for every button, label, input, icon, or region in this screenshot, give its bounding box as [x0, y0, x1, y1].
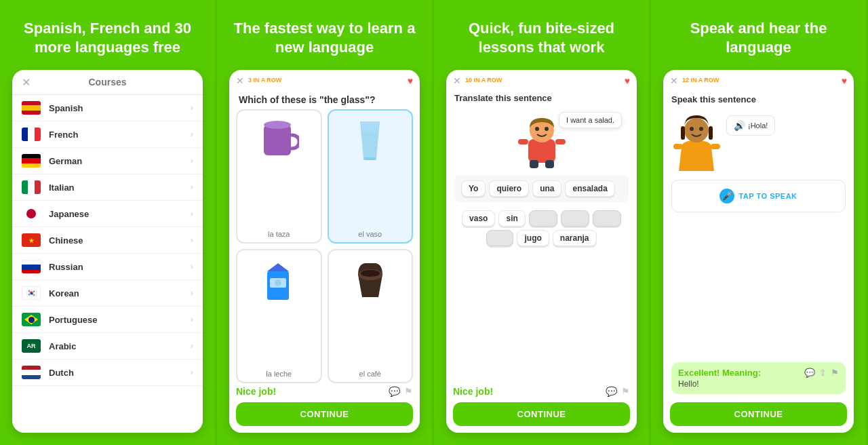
- bank-chip-blank2: ___: [561, 210, 589, 227]
- course-item-spanish[interactable]: Spanish ›: [12, 95, 203, 121]
- course-name-spanish: Spanish: [49, 103, 191, 113]
- flag-icon-4[interactable]: ⚑: [831, 368, 839, 378]
- cup-image: [258, 116, 299, 163]
- speak-footer: CONTINUE: [663, 402, 854, 433]
- word-bank: vaso sin ___ ___ ___ jugo naranja: [454, 208, 629, 249]
- translate-area: Translate this sentence: [446, 89, 637, 383]
- flag-japan: [22, 207, 41, 220]
- footer-icons: 💬 ⚑: [389, 386, 413, 397]
- bank-chip-vaso[interactable]: vaso: [462, 210, 495, 227]
- tap-label: TAP TO SPEAK: [738, 192, 797, 200]
- chip-quiero[interactable]: quiero: [489, 180, 529, 197]
- courses-header: ✕ Courses: [12, 70, 203, 95]
- heart-icon: ♥: [408, 75, 413, 86]
- course-item-arabic[interactable]: AR Arabic ›: [12, 333, 203, 360]
- glass-label: el vaso: [358, 230, 382, 238]
- translate-top-bar: ✕ 10 IN A ROW ♥: [446, 70, 637, 89]
- course-name-korean: Korean: [49, 288, 191, 298]
- quiz-option-cup[interactable]: la taza: [236, 109, 322, 244]
- chip-yo[interactable]: Yo: [461, 180, 486, 197]
- translate-question: Translate this sentence: [454, 93, 629, 103]
- mic-icon: 🎤: [719, 189, 734, 204]
- speech-bubble: I want a salad.: [559, 112, 622, 128]
- flag-korea: 🇰🇷: [22, 286, 41, 300]
- chevron-icon: ›: [191, 130, 193, 139]
- chip-una[interactable]: una: [532, 180, 561, 197]
- chat-icon-3[interactable]: 💬: [606, 386, 617, 397]
- tap-to-speak-area[interactable]: 🎤 TAP TO SPEAK: [671, 180, 846, 212]
- svg-rect-15: [545, 160, 554, 168]
- quiz-footer: Nice job! 💬 ⚑ CONTINUE: [229, 383, 420, 433]
- svg-rect-21: [673, 144, 683, 149]
- svg-rect-0: [264, 125, 291, 155]
- svg-rect-2: [363, 157, 376, 160]
- course-item-russian[interactable]: Russian ›: [12, 254, 203, 280]
- nice-job-label-2: Nice job!: [236, 386, 389, 397]
- share-icon[interactable]: ⇧: [819, 368, 827, 378]
- nice-job-label-3: Nice job!: [453, 386, 606, 397]
- chevron-icon: ›: [191, 182, 193, 192]
- continue-button-4[interactable]: CONTINUE: [670, 402, 847, 426]
- flag-report-icon-3[interactable]: ⚑: [621, 386, 630, 397]
- bank-chip-naranja[interactable]: naranja: [553, 230, 597, 246]
- coffee-label: el café: [359, 370, 381, 378]
- flag-russia: [22, 260, 41, 273]
- quiz-option-coffee[interactable]: el café: [328, 249, 414, 383]
- speak-bubble-text: ¡Hola!: [748, 121, 768, 130]
- heart-icon-4: ♥: [842, 75, 847, 86]
- phone-frame-2: ✕ 3 IN A ROW ♥ Which of these is "the gl…: [229, 70, 420, 433]
- course-item-german[interactable]: German ›: [12, 148, 203, 174]
- panel2-title: The fastest way to learn a new language: [229, 19, 420, 56]
- carton-image: [260, 256, 298, 303]
- heart-icon-3: ♥: [625, 75, 630, 86]
- flag-italy: [22, 180, 41, 194]
- courses-title: Courses: [88, 77, 126, 88]
- courses-list: Spanish › French › Germa: [12, 95, 203, 433]
- streak-badge-2: 3 IN A ROW: [248, 77, 403, 83]
- character-girl-svg: [671, 110, 722, 174]
- quiz-option-glass[interactable]: el vaso: [328, 109, 414, 244]
- svg-point-19: [690, 127, 694, 131]
- bank-chip-sin[interactable]: sin: [498, 210, 525, 227]
- phone-frame-4: ✕ 12 IN A ROW ♥ Speak this sentence: [663, 70, 854, 433]
- chevron-icon: ›: [191, 209, 193, 218]
- course-name-arabic: Arabic: [49, 341, 191, 351]
- svg-rect-14: [530, 160, 538, 168]
- bank-chip-jugo[interactable]: jugo: [517, 230, 549, 246]
- continue-button-2[interactable]: CONTINUE: [236, 402, 413, 426]
- close-icon-3[interactable]: ✕: [453, 75, 461, 86]
- course-item-portuguese[interactable]: Portuguese ›: [12, 307, 203, 333]
- course-item-korean[interactable]: 🇰🇷 Korean ›: [12, 280, 203, 307]
- quiz-option-carton[interactable]: la leche: [236, 249, 322, 383]
- course-item-dutch[interactable]: Dutch ›: [12, 360, 203, 386]
- course-name-japanese: Japanese: [49, 209, 191, 219]
- course-item-italian[interactable]: Italian ›: [12, 174, 203, 201]
- quiz-top-bar: ✕ 3 IN A ROW ♥: [229, 70, 420, 89]
- flag-arabic: AR: [22, 339, 41, 353]
- svg-rect-22: [711, 144, 720, 149]
- character-area: I want a salad.: [454, 109, 629, 170]
- chip-ensalada[interactable]: ensalada: [565, 180, 614, 197]
- glass-image: [355, 116, 385, 163]
- panel-fastest: The fastest way to learn a new language …: [217, 0, 434, 445]
- course-name-italian: Italian: [49, 182, 191, 193]
- bank-chip-blank3: ___: [593, 210, 621, 227]
- close-icon-2[interactable]: ✕: [236, 75, 244, 86]
- course-item-japanese[interactable]: Japanese ›: [12, 201, 203, 227]
- chevron-icon: ›: [191, 156, 193, 166]
- course-name-german: German: [49, 156, 191, 166]
- panel-speak: Speak and hear the language ✕ 12 IN A RO…: [651, 0, 868, 445]
- chat-icon[interactable]: 💬: [389, 386, 400, 397]
- course-item-chinese[interactable]: ★ Chinese ›: [12, 227, 203, 254]
- coffee-image: [351, 256, 389, 303]
- flag-france: [22, 128, 41, 141]
- svg-point-11: [545, 127, 549, 131]
- continue-button-3[interactable]: CONTINUE: [453, 402, 630, 426]
- chat-icon-4[interactable]: 💬: [804, 368, 815, 378]
- flag-report-icon[interactable]: ⚑: [404, 386, 413, 397]
- course-item-french[interactable]: French ›: [12, 121, 203, 148]
- excellent-icons: 💬 ⇧ ⚑: [804, 368, 839, 378]
- close-icon-4[interactable]: ✕: [670, 75, 678, 86]
- close-icon[interactable]: ✕: [22, 76, 31, 89]
- translate-footer: Nice job! 💬 ⚑ CONTINUE: [446, 383, 637, 433]
